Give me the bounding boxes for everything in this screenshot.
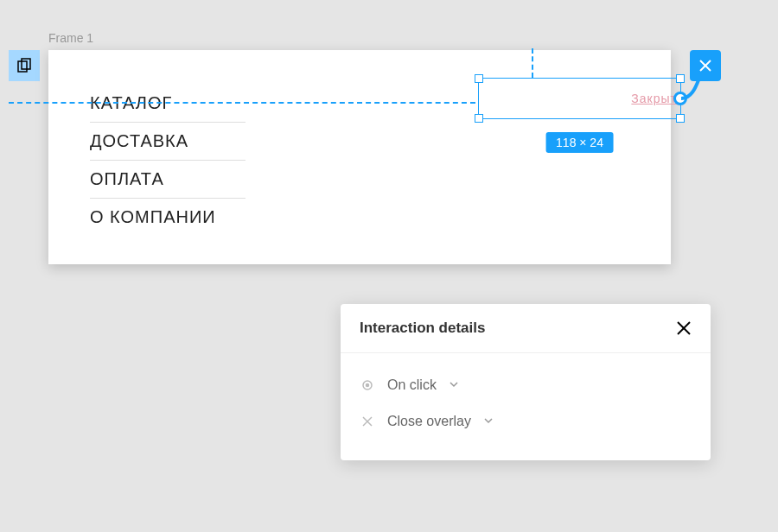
svg-point-7 (367, 384, 369, 387)
trigger-label: On click (387, 377, 437, 393)
alignment-guide-horizontal (9, 102, 475, 104)
close-icon (698, 59, 712, 73)
frame-type-icon[interactable] (9, 50, 40, 81)
panel-body: On click Close overlay (341, 353, 711, 460)
panel-header: Interaction details (341, 304, 711, 353)
selection-box[interactable]: Закрыт 118 × 24 (478, 78, 681, 119)
resize-handle[interactable] (676, 114, 685, 123)
chevron-down-icon (483, 414, 494, 429)
interaction-details-panel: Interaction details On click Close overl… (341, 304, 711, 460)
selected-text-element[interactable]: Закрыт (631, 92, 677, 105)
menu-item[interactable]: ДОСТАВКА (90, 123, 246, 161)
action-dropdown[interactable]: Close overlay (360, 403, 692, 440)
close-icon (676, 320, 692, 336)
menu-list: КАТАЛОГ ДОСТАВКА ОПЛАТА О КОМПАНИИ (90, 85, 246, 236)
frame-label[interactable]: Frame 1 (48, 31, 93, 45)
chevron-down-icon (449, 377, 459, 393)
menu-item[interactable]: ОПЛАТА (90, 161, 246, 199)
panel-title: Interaction details (360, 320, 485, 337)
resize-handle[interactable] (475, 114, 483, 123)
svg-rect-1 (22, 59, 30, 69)
menu-item[interactable]: О КОМПАНИИ (90, 199, 246, 236)
prototype-target-close[interactable] (690, 50, 721, 81)
resize-handle[interactable] (676, 74, 685, 83)
action-icon (360, 415, 375, 428)
prototype-connector-node[interactable] (673, 92, 687, 105)
dimensions-pill: 118 × 24 (545, 132, 614, 153)
svg-rect-0 (18, 61, 27, 72)
panel-close-button[interactable] (676, 320, 692, 336)
trigger-icon (360, 379, 375, 391)
resize-handle[interactable] (475, 74, 483, 83)
menu-item[interactable]: КАТАЛОГ (90, 85, 246, 123)
trigger-dropdown[interactable]: On click (360, 367, 692, 403)
frame-icon (16, 58, 32, 73)
action-label: Close overlay (387, 414, 471, 429)
alignment-guide-vertical (532, 48, 533, 78)
